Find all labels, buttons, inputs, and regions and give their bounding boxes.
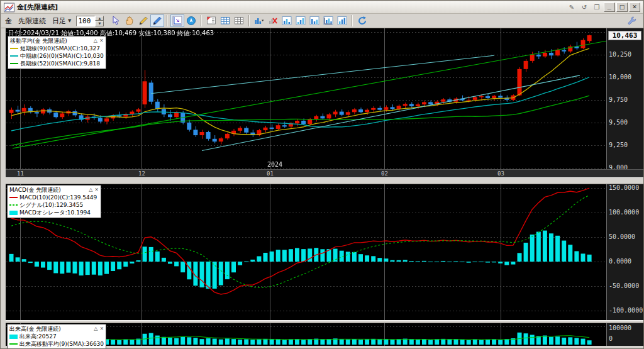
legend-title: MACD(金 先限連続) [9, 186, 87, 194]
macd-tick: 0.0000 [609, 258, 631, 265]
grid-plain-icon[interactable] [232, 14, 246, 27]
crosshair-chart-icon[interactable] [170, 14, 184, 27]
bar-count-input[interactable] [76, 16, 95, 26]
toolbar: 金 先限連続 日足 ▼ ▲ ▼ [1, 14, 643, 28]
volume-axis[interactable]: 1000000 [606, 323, 643, 346]
minimize-button[interactable]: ＿ [604, 3, 615, 12]
chart-style-4-icon[interactable] [321, 14, 335, 27]
legend-title: 出来高(金 先限連続) [9, 325, 92, 333]
date-axis[interactable]: 1112010203 [6, 169, 643, 177]
legend-row: 長期線(52)(0)(SMA)(C):9,818 [10, 60, 104, 67]
legend-swatch [9, 202, 18, 208]
close-button[interactable]: ✕ [629, 3, 640, 12]
legend-value: 中期線(26)(0)(SMA)(C):10,030 [20, 52, 104, 60]
stepper-down-button[interactable]: ▼ [95, 21, 104, 26]
toolbar-separator [352, 15, 353, 26]
year-label: 2024 [267, 161, 282, 168]
panel-settings-icon[interactable] [204, 14, 218, 27]
macd-tick: -100.0000 [609, 307, 643, 314]
price-tick: 9,250 [609, 141, 628, 148]
month-label: 12 [138, 170, 145, 177]
month-label: 03 [497, 170, 504, 177]
legend-title: 移動平均(金 先限連続) [10, 37, 92, 45]
volume-tick: 100000 [609, 324, 631, 331]
legend-minimize-icon[interactable]: △ [94, 325, 97, 333]
wrench-icon[interactable] [625, 14, 639, 27]
sync-window-icon[interactable]: ↺ [579, 3, 590, 12]
grid-blue-icon[interactable] [218, 14, 232, 27]
legend-swatch [9, 195, 18, 200]
application-window: 金[先限連続] ✎↺❐ ＿□✕ 金 先限連続 日足 ▼ ▲ ▼ 10,463 1… [0, 0, 644, 349]
delete-indicator-icon[interactable] [266, 14, 280, 27]
price-tick: 10,000 [609, 74, 631, 80]
toolbar-separator [167, 15, 168, 26]
chart-style-2-icon[interactable] [294, 14, 308, 27]
legend-value: 出来高:20527 [19, 333, 57, 340]
month-label: 11 [17, 170, 24, 177]
volume-legend[interactable]: 出来高(金 先限連続)△×出来高:20527出来高移動平均(9)(SMA):36… [7, 324, 106, 349]
legend-close-icon[interactable]: × [99, 37, 104, 45]
pane-splitter[interactable] [6, 177, 643, 184]
legend-row: 中期線(26)(0)(SMA)(C):10,030 [10, 52, 104, 60]
legend-value: 出来高移動平均(9)(SMA):36630 [19, 340, 104, 348]
price-tick: 9,750 [609, 96, 628, 103]
price-tick: 9,500 [609, 119, 628, 126]
legend-swatch [9, 210, 18, 215]
series-label[interactable]: 先限連続 [18, 16, 46, 26]
last-price-box: 10,463 [608, 31, 641, 40]
titlebar[interactable]: 金[先限連続] ✎↺❐ ＿□✕ [1, 1, 643, 14]
legend-row: 短期線(9)(0)(SMA)(C):10,327 [10, 45, 104, 52]
volume-tick: 0 [609, 335, 613, 342]
histogram-menu-icon[interactable] [252, 14, 266, 27]
chart-frame: 10,463 10,25010,0009,7509,5009,2509,000 … [1, 28, 643, 348]
annotate-icon[interactable]: ✎ [566, 3, 577, 12]
legend-swatch [10, 53, 18, 58]
legend-value: MACD(10)(20)(C):139.5449 [19, 194, 97, 201]
legend-row: 出来高:20527 [9, 333, 104, 340]
reload-icon[interactable] [355, 14, 369, 27]
maximize-button[interactable]: □ [616, 3, 628, 12]
macd-tick: 150.0000 [609, 184, 639, 191]
timeframe-dropdown[interactable]: 日足 ▼ [52, 16, 71, 26]
legend-value: MACDオシレータ:10.1994 [19, 209, 91, 216]
legend-minimize-icon[interactable]: △ [94, 37, 97, 45]
toolbar-separator [248, 15, 250, 26]
macd-tick: 50.0000 [609, 233, 635, 240]
compass-icon[interactable] [184, 14, 198, 27]
legend-row: MACDオシレータ:10.1994 [9, 209, 99, 216]
toolbar-separator [201, 15, 202, 26]
legend-row: 出来高移動平均(9)(SMA):36630 [9, 340, 104, 348]
price-axis[interactable]: 10,463 10,25010,0009,7509,5009,2509,000 [606, 28, 643, 169]
select-cursor-icon[interactable] [109, 14, 123, 27]
stepper-up-button[interactable]: ▲ [95, 16, 104, 21]
legend-value: シグナル(10):129.3455 [19, 201, 83, 209]
chart-style-5-icon[interactable] [335, 14, 349, 27]
draw-line-icon[interactable] [150, 14, 164, 27]
legend-swatch [10, 61, 18, 66]
legend-row: MACD(10)(20)(C):139.5449 [9, 194, 99, 201]
pencil-icon[interactable] [136, 14, 150, 27]
month-label: 02 [381, 170, 388, 177]
hand-pan-icon[interactable] [123, 14, 136, 27]
legend-close-icon[interactable]: × [94, 186, 99, 194]
legend-value: 長期線(52)(0)(SMA)(C):9,818 [20, 60, 100, 67]
macd-tick: 100.0000 [609, 209, 639, 216]
ma-legend[interactable]: 移動平均(金 先限連続)△×短期線(9)(0)(SMA)(C):10,327中期… [8, 36, 106, 69]
legend-swatch [9, 341, 18, 346]
legend-minimize-icon[interactable]: △ [89, 186, 92, 194]
legend-row: シグナル(10):129.3455 [9, 201, 99, 209]
app-chart-icon [4, 3, 14, 12]
chart-style-3-icon[interactable] [308, 14, 321, 27]
macd-legend[interactable]: MACD(金 先限連続)△×MACD(10)(20)(C):139.5449シグ… [7, 185, 101, 218]
macd-tick: -50.0000 [609, 282, 639, 289]
bar-count-stepper: ▲ ▼ [76, 16, 104, 26]
macd-axis[interactable]: 150.0000100.000050.00000.0000-50.0000-10… [606, 184, 643, 320]
chart-area: 10,463 10,25010,0009,7509,5009,2509,000 … [6, 28, 643, 346]
price-tick: 9,000 [609, 164, 628, 169]
instrument-label[interactable]: 金 [5, 16, 12, 26]
legend-swatch [9, 334, 18, 339]
window-title: 金[先限連続] [17, 3, 565, 12]
chart-style-1-icon[interactable] [280, 14, 294, 27]
legend-close-icon[interactable]: × [99, 325, 104, 333]
popout-window-icon[interactable]: ❐ [591, 3, 602, 12]
